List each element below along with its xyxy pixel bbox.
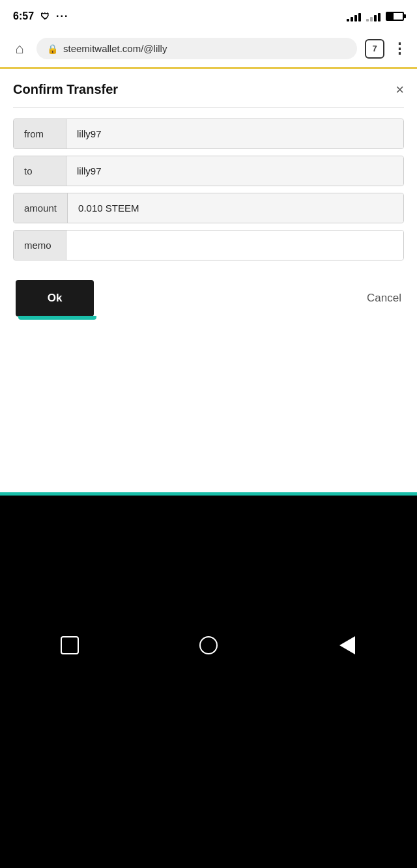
signal-bar — [374, 15, 377, 21]
amount-label: amount — [14, 193, 67, 223]
confirm-transfer-dialog: Confirm Transfer × from lilly97 to lilly… — [0, 69, 417, 492]
status-left: 6:57 🛡 ··· — [13, 10, 68, 22]
memo-label: memo — [14, 231, 66, 260]
nav-buttons — [0, 496, 417, 681]
from-field-row: from lilly97 — [13, 119, 404, 149]
home-button[interactable]: ⌂ — [10, 40, 29, 58]
amount-field-row: amount 0.010 STEEM — [13, 193, 404, 223]
browser-content: Confirm Transfer × from lilly97 to lilly… — [0, 67, 417, 492]
signal-bar — [370, 17, 373, 21]
cancel-button[interactable]: Cancel — [367, 292, 401, 305]
tab-count-button[interactable]: 7 — [365, 39, 384, 59]
amount-value: 0.010 STEEM — [67, 193, 403, 223]
to-field-row: to lilly97 — [13, 156, 404, 186]
time-display: 6:57 — [13, 10, 34, 22]
back-button[interactable] — [331, 629, 364, 662]
url-bar: ⌂ 🔒 steemitwallet.com/@lilly 7 ⋮ — [0, 33, 417, 67]
dialog-header: Confirm Transfer × — [13, 82, 404, 97]
square-icon — [61, 636, 79, 654]
to-value: lilly97 — [66, 156, 403, 186]
dialog-divider — [13, 107, 404, 108]
close-button[interactable]: × — [395, 83, 404, 97]
signal-bar — [378, 13, 381, 21]
ok-button[interactable]: Ok — [16, 280, 94, 316]
status-right — [347, 11, 404, 21]
signal-bar — [358, 13, 361, 21]
memo-value[interactable] — [66, 231, 403, 260]
url-text: steemitwallet.com/@lilly — [63, 43, 167, 54]
signal-bar — [366, 19, 369, 21]
url-input[interactable]: 🔒 steemitwallet.com/@lilly — [36, 38, 357, 59]
shield-icon: 🛡 — [40, 11, 50, 21]
from-value: lilly97 — [66, 119, 403, 148]
recent-apps-button[interactable] — [53, 629, 86, 662]
lock-icon: 🔒 — [47, 44, 58, 54]
battery-icon — [386, 12, 404, 21]
more-menu-button[interactable]: ⋮ — [392, 40, 407, 57]
signal-bars-2 — [366, 11, 381, 21]
more-dots-icon: ··· — [56, 10, 68, 22]
back-triangle-icon — [339, 636, 355, 654]
status-bar: 6:57 🛡 ··· — [0, 0, 417, 33]
memo-field-row: memo — [13, 230, 404, 260]
signal-bars-1 — [347, 11, 361, 21]
signal-bar — [347, 19, 349, 21]
circle-icon — [199, 636, 218, 654]
home-nav-button[interactable] — [192, 629, 225, 662]
signal-bar — [351, 17, 353, 21]
button-row: Ok Cancel — [13, 280, 404, 316]
bottom-nav-area — [0, 492, 417, 681]
signal-bar — [354, 15, 357, 21]
dialog-title: Confirm Transfer — [13, 82, 118, 97]
battery-fill — [387, 13, 394, 20]
from-label: from — [14, 119, 66, 148]
to-label: to — [14, 156, 66, 186]
